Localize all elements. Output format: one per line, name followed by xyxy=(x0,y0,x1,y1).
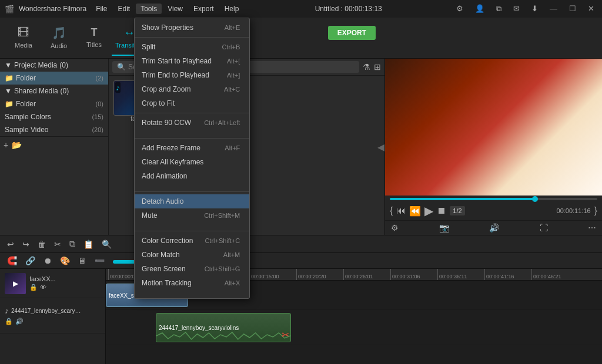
menu-mute[interactable] xyxy=(135,223,249,228)
menu-trim-start[interactable]: Trim Start to Playhead Alt+[ xyxy=(135,54,249,68)
menu-detach-audio[interactable]: Mute Ctrl+Shift+M xyxy=(135,208,249,223)
menu-color-match[interactable]: Green Screen Ctrl+Shift+G xyxy=(135,262,249,276)
menu-sep-3 xyxy=(135,138,249,139)
dropdown-overlay[interactable]: Show Properties Alt+E Split Ctrl+B Trim … xyxy=(0,0,602,364)
menu-split[interactable]: Split Ctrl+B xyxy=(135,40,249,54)
menu-sep-2 xyxy=(135,113,249,113)
show-properties-shortcut: Alt+E xyxy=(225,24,240,31)
menu-rotate-cw[interactable]: Rotate 90 CCW Ctrl+Alt+Left xyxy=(135,116,249,130)
menu-speed-duration[interactable]: Add Freeze Frame Alt+F xyxy=(135,141,249,155)
menu-clear-keyframes: Add Animation xyxy=(135,169,249,183)
menu-crop-fit[interactable]: Crop to Fit xyxy=(135,96,249,110)
tools-dropdown-menu: Show Properties Alt+E Split Ctrl+B Trim … xyxy=(134,18,250,299)
menu-show-properties[interactable]: Show Properties Alt+E xyxy=(135,21,249,35)
menu-motion-tracking[interactable] xyxy=(135,290,249,296)
menu-crop-zoom[interactable]: Crop and Zoom Alt+C xyxy=(135,82,249,96)
menu-green-screen[interactable]: Motion Tracking Alt+X xyxy=(135,276,249,290)
menu-adjust-audio[interactable]: Detach Audio xyxy=(135,194,249,208)
menu-sep-1 xyxy=(135,37,249,38)
menu-add-animation[interactable] xyxy=(135,183,249,189)
menu-rotate-ccw[interactable] xyxy=(135,130,249,136)
menu-sep-4 xyxy=(135,191,249,192)
menu-color-correction[interactable]: Color Match Alt+M xyxy=(135,248,249,262)
show-properties-label: Show Properties xyxy=(142,23,193,32)
menu-freeze-frame[interactable]: Clear All Keyframes xyxy=(135,155,249,169)
menu-stabilization[interactable]: Color Correction Ctrl+Shift+C xyxy=(135,234,249,248)
menu-trim-end[interactable]: Trim End to Playhead Alt+] xyxy=(135,68,249,82)
menu-sep-5 xyxy=(135,231,249,231)
